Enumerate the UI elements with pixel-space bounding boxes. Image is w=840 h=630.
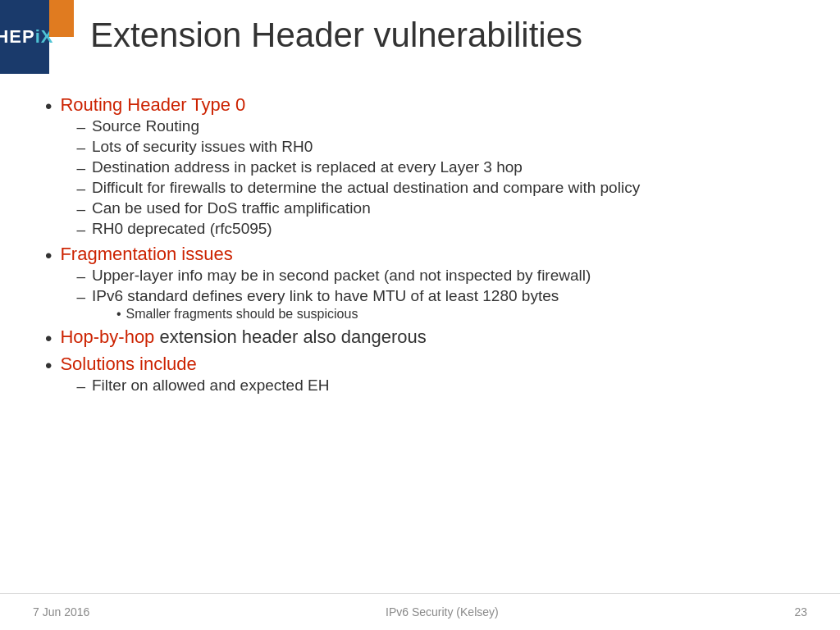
footer-date: 7 Jun 2016 xyxy=(33,605,89,619)
footer-page: 23 xyxy=(794,605,807,619)
bullet-dot-frag: • xyxy=(45,244,52,267)
list-item: • Smaller fragments should be suspicious xyxy=(116,307,559,322)
bullet-dot-routing: • xyxy=(45,95,52,118)
solutions-sub-list: –Filter on allowed and expected EH xyxy=(60,377,807,395)
list-item: –Can be used for DoS traffic amplificati… xyxy=(60,199,807,218)
list-item: –RH0 deprecated (rfc5095) xyxy=(60,220,807,239)
list-item: –Destination address in packet is replac… xyxy=(60,158,807,177)
list-item-fragmentation: • Fragmentation issues –Upper-layer info… xyxy=(45,244,807,323)
list-item: –Difficult for firewalls to determine th… xyxy=(60,179,807,198)
footer: 7 Jun 2016 IPv6 Security (Kelsey) 23 xyxy=(0,593,840,630)
frag-sub-sub-list: • Smaller fragments should be suspicious xyxy=(92,307,559,322)
hopbyhop-content: Hop-by-hop extension header also dangero… xyxy=(60,326,807,348)
solutions-content: Solutions include –Filter on allowed and… xyxy=(60,354,807,397)
fragmentation-content: Fragmentation issues –Upper-layer info m… xyxy=(60,244,807,323)
list-item: – IPv6 standard defines every link to ha… xyxy=(60,287,807,322)
logo: HEPiX xyxy=(0,0,74,74)
list-item: –Upper-layer info may be in second packe… xyxy=(60,267,807,285)
frag-mtu-item: IPv6 standard defines every link to have… xyxy=(92,287,559,322)
bullet-dot-hop: • xyxy=(45,327,52,350)
main-bullet-list: • Routing Header Type 0 –Source Routing … xyxy=(45,94,807,397)
list-item: –Source Routing xyxy=(60,117,807,136)
list-item-routing: • Routing Header Type 0 –Source Routing … xyxy=(45,94,807,240)
frag-sub-list: –Upper-layer info may be in second packe… xyxy=(60,267,807,322)
logo-blue-bg: HEPiX xyxy=(0,0,49,74)
logo-orange-bg xyxy=(49,0,74,37)
routing-content: Routing Header Type 0 –Source Routing –L… xyxy=(60,94,807,240)
bullet-dot-solutions: • xyxy=(45,354,52,377)
list-item-solutions: • Solutions include –Filter on allowed a… xyxy=(45,354,807,397)
list-item-hopbyhop: • Hop-by-hop extension header also dange… xyxy=(45,326,807,350)
routing-sub-list: –Source Routing –Lots of security issues… xyxy=(60,117,807,239)
hopbyhop-label-highlight: Hop-by-hop xyxy=(60,326,154,347)
footer-center: IPv6 Security (Kelsey) xyxy=(386,605,499,619)
hopbyhop-label-normal: extension header also dangerous xyxy=(154,326,426,347)
list-item: –Filter on allowed and expected EH xyxy=(60,377,807,395)
list-item: –Lots of security issues with RH0 xyxy=(60,138,807,157)
logo-text: HEPiX xyxy=(0,26,54,48)
fragmentation-label: Fragmentation issues xyxy=(60,244,232,264)
page-title: Extension Header vulnerabilities xyxy=(90,15,824,56)
content-area: • Routing Header Type 0 –Source Routing … xyxy=(45,94,807,581)
routing-label: Routing Header Type 0 xyxy=(60,94,245,115)
solutions-label: Solutions include xyxy=(60,354,196,374)
